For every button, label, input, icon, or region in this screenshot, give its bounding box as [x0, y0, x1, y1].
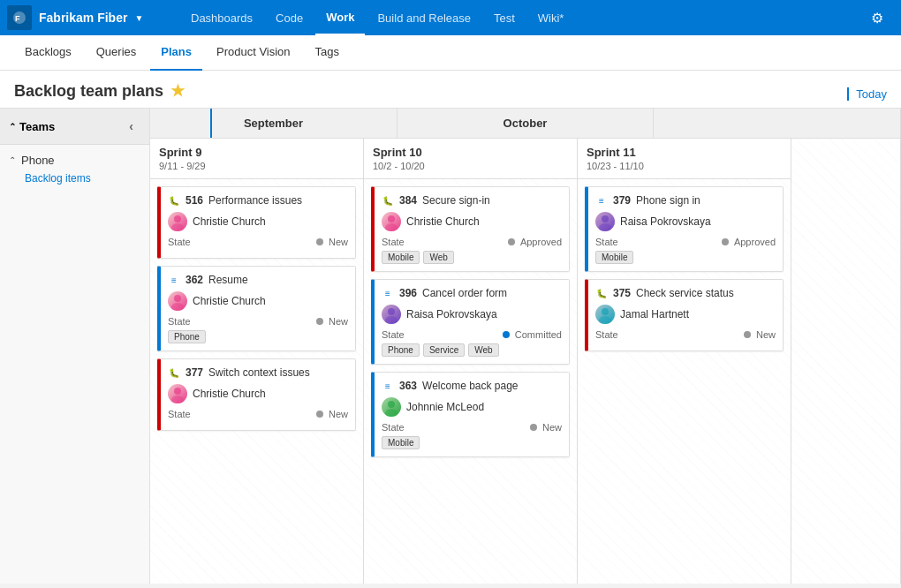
team-group-phone: ⌃ Phone Backlog items [0, 145, 149, 192]
card-379-state: State Approved [595, 237, 776, 247]
card-362-person-name: Christie Church [193, 295, 266, 307]
today-marker [210, 109, 212, 138]
tag-phone-362: Phone [168, 330, 206, 343]
avatar-christie-4 [382, 212, 401, 231]
brand-logo[interactable]: F Fabrikam Fiber ▼ [7, 5, 166, 30]
card-363-name[interactable]: Welcome back page [422, 380, 562, 392]
subnav-product-vision[interactable]: Product Vision [206, 35, 301, 71]
sprint-9-cards: 🐛 516 Performance issues Christie Church… [150, 179, 363, 584]
month-october: October [398, 109, 654, 138]
nav-code[interactable]: Code [265, 0, 314, 35]
card-377: 🐛 377 Switch context issues Christie Chu… [157, 358, 356, 431]
tag-web-384: Web [423, 251, 453, 264]
svg-text:F: F [15, 14, 20, 23]
favorite-star[interactable]: ★ [170, 81, 185, 101]
card-363-tags: Mobile [382, 436, 562, 449]
card-396-tags: Phone Service Web [382, 343, 562, 357]
collapse-teams-icon[interactable]: ⌃ [9, 122, 16, 132]
tag-web-396: Web [468, 343, 498, 357]
timeline-area: September October Sprint 9 9/11 - 9/29 [150, 109, 901, 584]
svg-point-16 [602, 308, 609, 315]
nav-dashboards[interactable]: Dashboards [180, 0, 263, 35]
card-396: ≡ 396 Cancel order form Raisa Pokrovskay… [371, 279, 570, 365]
state-dot-377 [316, 411, 323, 418]
brand-icon: F [7, 5, 32, 30]
card-379-id: 379 [613, 194, 631, 207]
card-377-title-row: 🐛 377 Switch context issues [168, 366, 348, 379]
card-384-id: 384 [399, 194, 417, 207]
nav-wiki[interactable]: Wiki* [527, 0, 575, 35]
sidebar-prev-btn[interactable]: ‹ [122, 116, 140, 137]
card-375-name[interactable]: Check service status [636, 287, 776, 299]
card-396-person: Raisa Pokrovskaya [382, 305, 562, 324]
nav-build-release[interactable]: Build and Release [367, 0, 481, 35]
card-396-name[interactable]: Cancel order form [422, 287, 562, 299]
card-396-person-name: Raisa Pokrovskaya [406, 308, 497, 320]
card-516: 🐛 516 Performance issues Christie Church… [157, 186, 356, 259]
card-396-title-row: ≡ 396 Cancel order form [382, 287, 562, 299]
brand-dropdown-icon[interactable]: ▼ [134, 13, 143, 23]
nav-test[interactable]: Test [483, 0, 526, 35]
sprint-11-name: Sprint 11 [587, 146, 782, 159]
svg-point-7 [171, 396, 184, 403]
card-396-state: State Committed [382, 329, 562, 340]
today-link[interactable]: Today [847, 87, 887, 101]
subnav-tags[interactable]: Tags [305, 35, 350, 71]
page-title: Backlog team plans ★ [14, 81, 833, 101]
card-384-name[interactable]: Secure sign-in [422, 194, 562, 207]
card-516-name[interactable]: Performance issues [208, 194, 348, 207]
avatar-christie-3 [168, 384, 187, 403]
svg-point-11 [385, 316, 398, 324]
state-dot-379 [722, 238, 729, 245]
sprint-area: Sprint 9 9/11 - 9/29 🐛 516 Performance i… [150, 139, 901, 584]
month-headers: September October [150, 109, 901, 139]
svg-point-13 [385, 409, 398, 417]
avatar-johnnie [382, 397, 401, 417]
main-content: ⌃ Teams ‹ ⌃ Phone Backlog items Septembe… [0, 109, 901, 584]
card-363-person-name: Johnnie McLeod [406, 401, 484, 413]
bug-icon-377: 🐛 [168, 366, 180, 379]
card-363-title-row: ≡ 363 Welcome back page [382, 380, 562, 392]
sprint-9-name: Sprint 9 [159, 146, 354, 159]
card-363-state: State New [382, 422, 562, 433]
tag-mobile-384: Mobile [382, 251, 420, 264]
card-362-person: Christie Church [168, 291, 348, 311]
card-375-id: 375 [613, 287, 631, 299]
svg-point-5 [171, 303, 184, 311]
svg-point-9 [385, 223, 398, 231]
svg-point-10 [388, 308, 395, 315]
state-dot-396 [503, 331, 510, 338]
subnav-backlogs[interactable]: Backlogs [14, 35, 82, 71]
settings-button[interactable]: ⚙ [860, 10, 894, 26]
card-375-person-name: Jamal Hartnett [620, 308, 689, 320]
card-377-person-name: Christie Church [193, 388, 266, 400]
task-icon-362: ≡ [168, 274, 180, 286]
avatar-raisa-1 [382, 305, 401, 324]
team-phone[interactable]: ⌃ Phone [0, 150, 149, 170]
sidebar-header: ⌃ Teams ‹ [0, 109, 149, 145]
card-362-name[interactable]: Resume [208, 274, 348, 286]
card-396-id: 396 [399, 287, 417, 299]
card-384-tags: Mobile Web [382, 251, 562, 264]
card-379-title-row: ≡ 379 Phone sign in [595, 194, 776, 207]
card-516-id: 516 [186, 194, 203, 207]
sprint-10-name: Sprint 10 [373, 146, 568, 159]
card-375-person: Jamal Hartnett [595, 305, 776, 324]
month-rest [654, 109, 901, 138]
card-384-title-row: 🐛 384 Secure sign-in [382, 194, 562, 207]
card-379-name[interactable]: Phone sign in [636, 194, 776, 207]
card-377-name[interactable]: Switch context issues [208, 366, 348, 379]
sprint-11-header: Sprint 11 10/23 - 11/10 [578, 139, 791, 179]
subnav-queries[interactable]: Queries [86, 35, 148, 71]
subnav-plans[interactable]: Plans [150, 35, 202, 71]
card-362: ≡ 362 Resume Christie Church State [157, 266, 356, 351]
sprint-11-cards: ≡ 379 Phone sign in Raisa Pokrovskaya St… [578, 179, 791, 584]
card-379-person-name: Raisa Pokrovskaya [620, 215, 711, 228]
nav-work[interactable]: Work [315, 0, 365, 35]
tag-service-396: Service [423, 343, 465, 357]
card-516-person: Christie Church [168, 212, 348, 231]
card-516-person-name: Christie Church [193, 215, 266, 228]
bug-icon-375: 🐛 [595, 287, 608, 299]
backlog-items-link[interactable]: Backlog items [0, 170, 149, 186]
sprint-10-cards: 🐛 384 Secure sign-in Christie Church Sta… [364, 179, 577, 584]
